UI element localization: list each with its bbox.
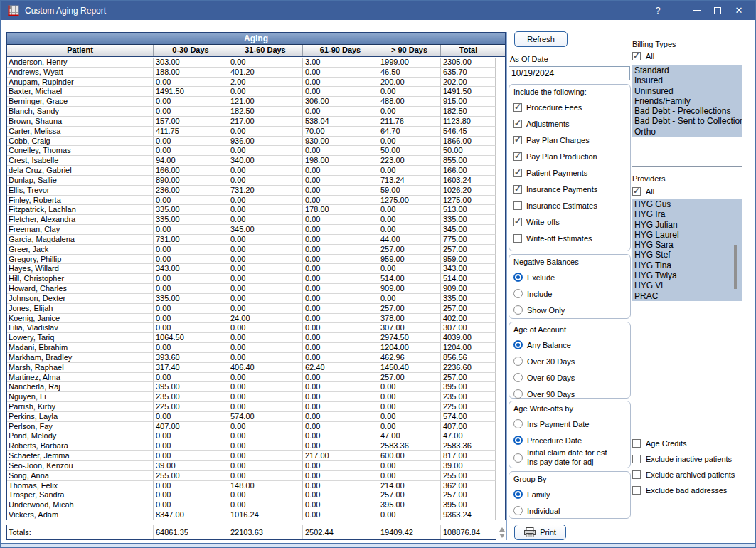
- table-row[interactable]: Perkins, Layla0.00574.000.000.00574.00: [7, 412, 496, 422]
- column-header[interactable]: 0-30 Days: [154, 45, 228, 56]
- table-row[interactable]: Garcia, Magdalena731.000.000.0044.00775.…: [7, 235, 496, 245]
- age-of-account-option[interactable]: Any Balance: [513, 337, 630, 353]
- negative-balances-option[interactable]: Exclude: [513, 269, 630, 285]
- list-item[interactable]: HYG Julian: [632, 220, 742, 230]
- table-row[interactable]: Cobb, Craig0.00936.00930.000.001866.00: [7, 137, 496, 147]
- list-item[interactable]: Standard: [632, 65, 742, 75]
- list-item[interactable]: HYG Gus: [632, 199, 742, 209]
- table-row[interactable]: Anupam, Rupinder0.002.000.00200.00202.00: [7, 78, 496, 88]
- list-item[interactable]: HYG Sara: [632, 240, 742, 250]
- title-bar[interactable]: Custom Aging Report ? ✕: [1, 1, 755, 20]
- grid-vertical-scrollbar[interactable]: [496, 58, 505, 520]
- age-writeoffs-option[interactable]: Ins Payment Date: [513, 416, 630, 432]
- refresh-button[interactable]: Refresh: [514, 31, 568, 47]
- list-item[interactable]: Bad Debt - Precollections: [632, 106, 742, 116]
- table-row[interactable]: Ellis, Trevor236.00731.200.0059.001026.2…: [7, 186, 496, 196]
- list-item[interactable]: Friends/Family: [632, 96, 742, 106]
- table-row[interactable]: Brown, Shauna157.00217.00538.04211.76112…: [7, 117, 496, 127]
- table-row[interactable]: Baxter, Michael1491.500.000.000.001491.5…: [7, 87, 496, 97]
- age-of-account-option[interactable]: Over 90 Days: [513, 386, 630, 402]
- table-row[interactable]: Anderson, Henry303.000.003.001999.002305…: [7, 58, 496, 68]
- table-row[interactable]: Trosper, Sandra0.000.000.00257.00257.00: [7, 490, 496, 500]
- help-button[interactable]: ?: [647, 1, 669, 20]
- list-item[interactable]: Ortho: [632, 127, 742, 137]
- table-row[interactable]: Song, Anna255.000.000.000.00255.00: [7, 471, 496, 481]
- list-item[interactable]: PRAC: [632, 291, 742, 301]
- age-writeoffs-option[interactable]: Initial claim date for est Ins pay date …: [513, 448, 630, 467]
- list-item[interactable]: Insured: [632, 75, 742, 85]
- extra-option-checkbox[interactable]: Exclude archived patients: [632, 470, 735, 479]
- list-item[interactable]: HYG Stef: [632, 250, 742, 260]
- as-of-date-input[interactable]: [509, 66, 630, 80]
- table-row[interactable]: Koenig, Janice0.0024.000.00378.00402.00: [7, 314, 496, 324]
- table-row[interactable]: Johnson, Dexter335.000.000.000.00335.00: [7, 294, 496, 304]
- table-row[interactable]: dela Cruz, Gabriel166.000.000.000.00166.…: [7, 166, 496, 176]
- table-row[interactable]: Markham, Bradley393.600.000.00462.96856.…: [7, 353, 496, 363]
- column-header[interactable]: Total: [441, 45, 496, 56]
- list-item[interactable]: HYG Tina: [632, 260, 742, 270]
- table-row[interactable]: Madani, Ebrahim0.000.000.001204.001204.0…: [7, 343, 496, 353]
- table-row[interactable]: Nguyen, Li235.000.000.000.00235.00: [7, 392, 496, 402]
- table-row[interactable]: Howard, Charles0.000.000.00909.00909.00: [7, 284, 496, 294]
- table-row[interactable]: Roberts, Barbara0.000.000.002583.362583.…: [7, 441, 496, 451]
- include-checkbox[interactable]: Insurance Payments: [513, 181, 630, 197]
- negative-balances-option[interactable]: Show Only: [513, 302, 630, 318]
- extra-option-checkbox[interactable]: Age Credits: [632, 439, 686, 448]
- table-row[interactable]: Perlson, Fay407.000.000.000.00407.00: [7, 422, 496, 432]
- table-row[interactable]: Parrish, Kirby225.000.000.000.00225.00: [7, 402, 496, 412]
- table-row[interactable]: Hayes, Willard343.000.000.000.00343.00: [7, 264, 496, 274]
- include-checkbox[interactable]: Pay Plan Charges: [513, 132, 630, 148]
- list-item[interactable]: Bad Debt - Sent to Collections: [632, 116, 742, 126]
- providers-listbox[interactable]: HYG GusHYG IraHYG JulianHYG LaurelHYG Sa…: [632, 199, 742, 302]
- extra-option-checkbox[interactable]: Exclude bad addresses: [632, 486, 727, 495]
- table-row[interactable]: Carter, Melissa411.750.0070.0064.70546.4…: [7, 127, 496, 137]
- table-row[interactable]: Pond, Melody0.000.000.0047.0047.00: [7, 431, 496, 441]
- scroll-down-icon[interactable]: [499, 534, 505, 538]
- table-row[interactable]: Thomas, Felix0.00148.000.00214.00362.00: [7, 481, 496, 491]
- table-row[interactable]: Blanch, Sandy0.00182.500.000.00182.50: [7, 107, 496, 117]
- column-header[interactable]: > 90 Days: [378, 45, 441, 56]
- table-row[interactable]: Dunlap, Sallie890.000.000.00713.241603.2…: [7, 176, 496, 186]
- age-writeoffs-option[interactable]: Procedure Date: [513, 432, 630, 448]
- include-checkbox[interactable]: Insurance Estimates: [513, 197, 630, 214]
- column-header[interactable]: 61-90 Days: [303, 45, 378, 56]
- list-item[interactable]: HYG Laurel: [632, 230, 742, 240]
- table-row[interactable]: Lilia, Vladislav0.000.000.00307.00307.00: [7, 323, 496, 333]
- table-row[interactable]: Crest, Isabelle94.00340.00198.00223.0085…: [7, 156, 496, 166]
- table-row[interactable]: Martinez, Alma0.000.000.00257.00257.00: [7, 373, 496, 383]
- table-row[interactable]: Andrews, Wyatt188.00401.200.0046.50635.7…: [7, 68, 496, 78]
- table-row[interactable]: Marsh, Raphael317.40406.4062.401450.4022…: [7, 363, 496, 373]
- include-checkbox[interactable]: Procedure Fees: [513, 99, 630, 115]
- close-button[interactable]: ✕: [728, 1, 750, 20]
- billing-types-all-checkbox[interactable]: All: [632, 52, 654, 60]
- grid-body[interactable]: Anderson, Henry303.000.003.001999.002305…: [7, 58, 496, 520]
- list-item[interactable]: HYG Vi: [632, 280, 742, 290]
- maximize-button[interactable]: [707, 1, 728, 20]
- table-row[interactable]: Gregory, Phillip0.000.000.00959.00959.00: [7, 255, 496, 265]
- table-row[interactable]: Berninger, Grace0.00121.00306.00488.0091…: [7, 97, 496, 107]
- scroll-up-icon[interactable]: [499, 527, 505, 532]
- list-item[interactable]: Uninsured: [632, 86, 742, 96]
- negative-balances-option[interactable]: Include: [513, 285, 630, 302]
- group-by-option[interactable]: Family: [513, 486, 630, 502]
- column-header[interactable]: 31-60 Days: [228, 45, 303, 56]
- list-item[interactable]: HYG Ira: [632, 209, 742, 219]
- print-button[interactable]: Print: [514, 525, 566, 540]
- include-checkbox[interactable]: Patient Payments: [513, 164, 630, 181]
- table-row[interactable]: Underwood, Micah0.000.000.00395.00395.00: [7, 500, 496, 510]
- table-row[interactable]: Vickers, Adam8347.001016.240.000.009363.…: [7, 510, 496, 520]
- table-row[interactable]: Freeman, Clay0.00345.000.000.00345.00: [7, 225, 496, 235]
- table-row[interactable]: Seo-Joon, Kenzou39.000.000.000.0039.00: [7, 461, 496, 471]
- billing-types-listbox[interactable]: StandardInsuredUninsuredFriends/FamilyBa…: [632, 65, 742, 167]
- providers-all-checkbox[interactable]: All: [632, 187, 654, 196]
- table-row[interactable]: Finley, Roberta0.000.000.001275.001275.0…: [7, 196, 496, 206]
- group-by-option[interactable]: Individual: [513, 502, 630, 519]
- include-checkbox[interactable]: Adjustments: [513, 115, 630, 132]
- age-of-account-option[interactable]: Over 30 Days: [513, 353, 630, 369]
- providers-scrollbar-thumb[interactable]: [734, 245, 737, 289]
- include-checkbox[interactable]: Pay Plan Production: [513, 148, 630, 164]
- include-checkbox[interactable]: Write-offs: [513, 214, 630, 230]
- table-row[interactable]: Greer, Jack0.000.000.00257.00257.00: [7, 245, 496, 255]
- list-item[interactable]: HYG Twlya: [632, 270, 742, 280]
- include-checkbox[interactable]: Write-off Estimates: [513, 230, 630, 246]
